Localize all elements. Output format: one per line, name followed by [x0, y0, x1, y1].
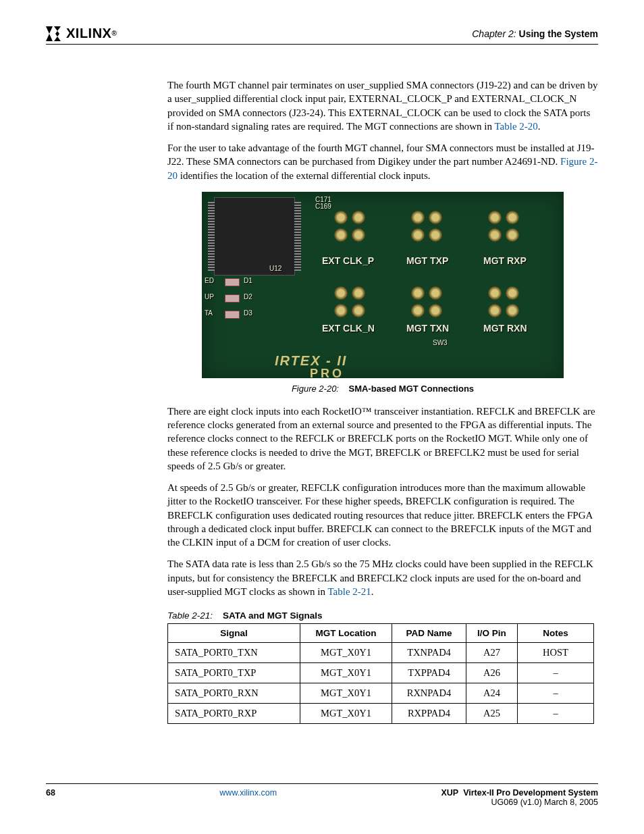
- sma-pad: [429, 228, 442, 242]
- silk-d1: D1: [244, 277, 252, 284]
- table-header-row: Signal MGT Location PAD Name I/O Pin Not…: [168, 624, 594, 643]
- sma-pad: [411, 211, 425, 224]
- svg-marker-0: [46, 26, 53, 41]
- sma-pad: [488, 211, 502, 224]
- led: [225, 311, 240, 319]
- td-notes: –: [518, 663, 594, 683]
- td-mgt: MGT_X0Y1: [300, 663, 392, 683]
- registered-mark: ®: [111, 30, 117, 37]
- svg-marker-1: [54, 26, 61, 41]
- silk-sw3: SW3: [433, 339, 448, 346]
- silk-mgt-rxn: MGT RXN: [483, 323, 527, 334]
- silk-ext-clk-p: EXT CLK_P: [322, 255, 374, 266]
- paragraph-3: There are eight clock inputs into each R…: [167, 405, 598, 473]
- paragraph-4: At speeds of 2.5 Gb/s or greater, REFCLK…: [167, 481, 598, 549]
- silk-brand2: PRO: [310, 367, 344, 378]
- th-notes: Notes: [518, 624, 594, 643]
- sma-pad: [488, 228, 502, 242]
- sma-pad: [488, 286, 502, 300]
- silk-ed: ED: [205, 277, 214, 284]
- chapter-heading: Chapter 2: Using the System: [472, 28, 598, 39]
- td-mgt: MGT_X0Y1: [300, 704, 392, 724]
- sma-pad: [411, 304, 425, 317]
- sma-pad: [334, 304, 348, 317]
- sma-pad: [411, 228, 425, 242]
- paragraph-1: The fourth MGT channel pair terminates o…: [167, 78, 598, 133]
- silk-up: UP: [205, 293, 214, 301]
- sata-mgt-table: Signal MGT Location PAD Name I/O Pin Not…: [167, 623, 594, 724]
- table-row: SATA_PORT0_TXN MGT_X0Y1 TXNPAD4 A27 HOST: [168, 643, 594, 663]
- silk-ext-clk-n: EXT CLK_N: [322, 323, 375, 334]
- table-body: SATA_PORT0_TXN MGT_X0Y1 TXNPAD4 A27 HOST…: [168, 643, 594, 724]
- sma-pad: [429, 286, 442, 300]
- td-pad: RXNPAD4: [392, 683, 466, 704]
- sma-pad: [411, 286, 425, 300]
- table-row: SATA_PORT0_RXP MGT_X0Y1 RXPPAD4 A25 –: [168, 704, 594, 724]
- td-mgt: MGT_X0Y1: [300, 683, 392, 704]
- td-notes: HOST: [518, 643, 594, 663]
- led: [225, 294, 240, 303]
- sma-pad: [429, 211, 442, 224]
- td-io: A27: [466, 643, 518, 663]
- link-table-2-21[interactable]: Table 2-21: [327, 586, 371, 597]
- paragraph-2: For the user to take advantage of the fo…: [167, 141, 598, 182]
- silk-d2: D2: [244, 293, 252, 301]
- td-pad: TXNPAD4: [392, 643, 466, 663]
- td-notes: –: [518, 683, 594, 704]
- pcb-photo: EXT CLK_P MGT TXP MGT RXP EXT CLK_N MGT …: [202, 192, 564, 378]
- silk-d3: D3: [244, 309, 252, 317]
- footer-doc-id: UG069 (v1.0) March 8, 2005: [441, 798, 599, 807]
- page-number: 68: [46, 788, 55, 807]
- td-mgt: MGT_X0Y1: [300, 643, 392, 663]
- th-pad-name: PAD Name: [392, 624, 466, 643]
- sma-pad: [352, 211, 365, 224]
- td-io: A25: [466, 704, 518, 724]
- table-caption: Table 2-21: SATA and MGT Signals: [167, 610, 598, 621]
- logo-text: XILINX: [66, 26, 111, 41]
- main-content: The fourth MGT channel pair terminates o…: [167, 78, 598, 598]
- sma-pad: [352, 228, 365, 242]
- footer-doc-info: XUP XUP Virtex-II Pro Development System…: [441, 788, 599, 807]
- table-row: SATA_PORT0_TXP MGT_X0Y1 TXPPAD4 A26 –: [168, 663, 594, 683]
- page-header: XILINX® Chapter 2: Using the System: [46, 26, 598, 45]
- silk-ta: TA: [205, 309, 213, 317]
- table-row: SATA_PORT0_RXN MGT_X0Y1 RXNPAD4 A24 –: [168, 683, 594, 704]
- th-mgt-location: MGT Location: [300, 624, 392, 643]
- led: [225, 278, 240, 286]
- figure-2-20: EXT CLK_P MGT TXP MGT RXP EXT CLK_N MGT …: [167, 192, 598, 394]
- td-pad: RXPPAD4: [392, 704, 466, 724]
- silk-c169: C169: [315, 203, 331, 210]
- td-signal: SATA_PORT0_RXN: [168, 683, 300, 704]
- silk-mgt-rxp: MGT RXP: [483, 255, 527, 266]
- sma-pad: [506, 211, 519, 224]
- chapter-title: Using the System: [519, 28, 598, 39]
- table-label: Table 2-21:: [167, 610, 213, 621]
- td-io: A24: [466, 683, 518, 704]
- table-title: SATA and MGT Signals: [223, 610, 323, 621]
- td-io: A26: [466, 663, 518, 683]
- footer-url[interactable]: www.xilinx.com: [55, 788, 441, 807]
- sma-pad: [506, 304, 519, 317]
- silk-mgt-txp: MGT TXP: [406, 255, 448, 266]
- ic-chip: [214, 197, 295, 276]
- th-io-pin: I/O Pin: [466, 624, 518, 643]
- sma-pad: [429, 304, 442, 317]
- xilinx-logo: XILINX®: [46, 26, 117, 41]
- td-notes: –: [518, 704, 594, 724]
- link-table-2-20[interactable]: Table 2-20: [494, 121, 537, 132]
- chapter-label: Chapter 2:: [472, 28, 516, 39]
- sma-pad: [334, 228, 348, 242]
- th-signal: Signal: [168, 624, 300, 643]
- sma-pad: [488, 304, 502, 317]
- td-signal: SATA_PORT0_RXP: [168, 704, 300, 724]
- figure-title: SMA-based MGT Connections: [348, 384, 474, 394]
- figure-caption: Figure 2-20: SMA-based MGT Connections: [167, 384, 598, 394]
- td-pad: TXPPAD4: [392, 663, 466, 683]
- sma-pad: [352, 304, 365, 317]
- page-footer: 68 www.xilinx.com XUP XUP Virtex-II Pro …: [46, 783, 598, 807]
- sma-pad: [352, 286, 365, 300]
- sma-pad: [506, 228, 519, 242]
- td-signal: SATA_PORT0_TXP: [168, 663, 300, 683]
- figure-label: Figure 2-20:: [292, 384, 339, 394]
- sma-pad: [334, 286, 348, 300]
